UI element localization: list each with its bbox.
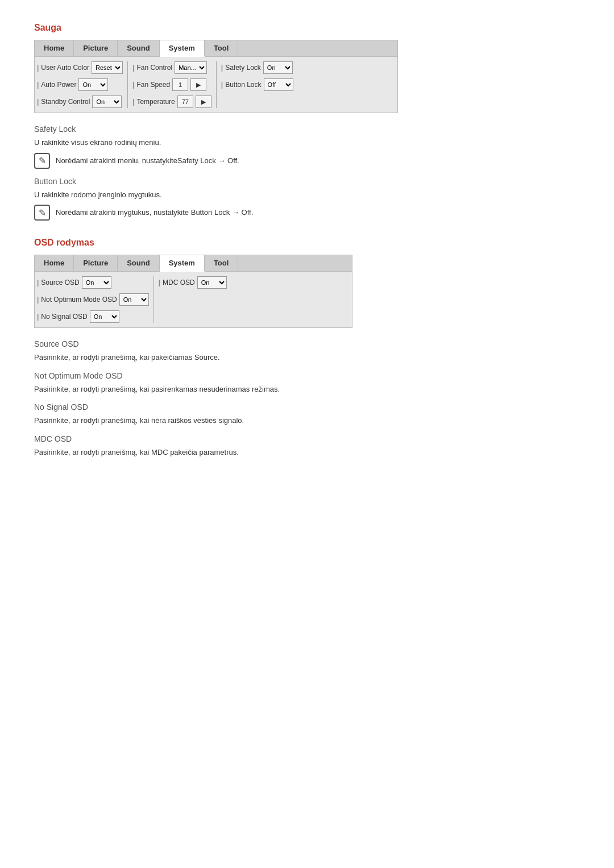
note-icon2: ✎ bbox=[34, 205, 50, 221]
sauga-col2: Fan Control Man... Auto Fan Speed 1 ▶ Te… bbox=[132, 60, 211, 109]
sauga-table-body: User Auto Color Reset Auto Power On Off … bbox=[35, 57, 397, 113]
button-lock-note: Norėdami atrakinti mygtukus, nustatykite… bbox=[56, 205, 253, 218]
table-row: Source OSD On Off bbox=[37, 275, 149, 290]
sauga-section: Sauga Home Picture Sound System Tool Use… bbox=[34, 23, 580, 221]
fan-control-select[interactable]: Man... Auto bbox=[175, 61, 207, 74]
no-signal-osd-subtitle: No Signal OSD bbox=[34, 402, 580, 412]
sauga-col3: Safety Lock On Off Button Lock Off On bbox=[221, 60, 293, 109]
source-osd-select[interactable]: On Off bbox=[82, 276, 111, 289]
divider2 bbox=[216, 61, 217, 108]
fan-speed-next-btn[interactable]: ▶ bbox=[190, 78, 206, 91]
fan-control-label: Fan Control bbox=[132, 64, 172, 72]
osd-rodymas-table: Home Picture Sound System Tool Source OS… bbox=[34, 255, 352, 328]
not-optimum-osd-desc: Pasirinkite, ar rodyti pranešimą, kai pa… bbox=[34, 384, 580, 395]
mdc-osd-subtitle: MDC OSD bbox=[34, 434, 580, 443]
osd-tab-system[interactable]: System bbox=[160, 255, 205, 272]
button-lock-subtitle: Button Lock bbox=[34, 177, 580, 186]
tab-system[interactable]: System bbox=[160, 40, 205, 57]
safety-lock-label: Safety Lock bbox=[221, 64, 261, 72]
button-lock-note-box: ✎ Norėdami atrakinti mygtukus, nustatyki… bbox=[34, 205, 580, 221]
osd-rodymas-body: Source OSD On Off Not Optimum Mode OSD O… bbox=[35, 272, 352, 327]
no-signal-osd-label: No Signal OSD bbox=[37, 313, 88, 321]
user-auto-color-label: User Auto Color bbox=[37, 64, 89, 72]
sauga-osd-table: Home Picture Sound System Tool User Auto… bbox=[34, 40, 398, 113]
table-row: Fan Speed 1 ▶ bbox=[132, 77, 211, 92]
tab-home[interactable]: Home bbox=[35, 40, 74, 56]
osd-tab-picture[interactable]: Picture bbox=[74, 255, 118, 271]
safety-lock-note: Norėdami atrakinti meniu, nustatykiteSaf… bbox=[56, 153, 239, 167]
mdc-osd-desc: Pasirinkite, ar rodyti praneišmą, kai MD… bbox=[34, 447, 580, 458]
sauga-title: Sauga bbox=[34, 23, 580, 33]
temperature-value: 77 bbox=[177, 95, 193, 108]
auto-power-select[interactable]: On Off bbox=[78, 78, 108, 91]
osd-rodymas-col1: Source OSD On Off Not Optimum Mode OSD O… bbox=[37, 275, 149, 324]
standby-control-label: Standby Control bbox=[37, 98, 90, 106]
no-signal-osd-desc: Pasirinkite, ar rodyti pranešimą, kai nė… bbox=[34, 415, 580, 426]
table-row: Not Optimum Mode OSD On Off bbox=[37, 292, 149, 307]
table-row: Button Lock Off On bbox=[221, 77, 293, 92]
not-optimum-osd-select[interactable]: On Off bbox=[119, 293, 149, 306]
source-osd-subtitle: Source OSD bbox=[34, 339, 580, 348]
mdc-osd-label: MDC OSD bbox=[159, 279, 195, 286]
osd-tab-sound[interactable]: Sound bbox=[118, 255, 159, 271]
not-optimum-osd-subtitle: Not Optimum Mode OSD bbox=[34, 371, 580, 380]
no-signal-osd-select[interactable]: On Off bbox=[90, 310, 119, 323]
osd-rodymas-section: OSD rodymas Home Picture Sound System To… bbox=[34, 238, 580, 458]
table-row: MDC OSD On Off bbox=[159, 275, 227, 290]
osd-rodymas-header: Home Picture Sound System Tool bbox=[35, 255, 352, 272]
osd-divider bbox=[154, 276, 154, 323]
safety-lock-select[interactable]: On Off bbox=[263, 61, 293, 74]
osd-tab-tool[interactable]: Tool bbox=[205, 255, 238, 271]
source-osd-label: Source OSD bbox=[37, 279, 80, 286]
tab-picture[interactable]: Picture bbox=[74, 40, 118, 56]
user-auto-color-select[interactable]: Reset bbox=[92, 61, 123, 74]
mdc-osd-select[interactable]: On Off bbox=[197, 276, 227, 289]
button-lock-select[interactable]: Off On bbox=[264, 78, 293, 91]
table-row: Fan Control Man... Auto bbox=[132, 60, 211, 75]
safety-lock-subtitle: Safety Lock bbox=[34, 124, 580, 134]
table-row: Temperature 77 ▶ bbox=[132, 94, 211, 109]
safety-lock-desc: U rakinkite visus ekrano rodinių meniu. bbox=[34, 137, 580, 148]
temperature-next-btn[interactable]: ▶ bbox=[196, 95, 211, 108]
osd-tab-home[interactable]: Home bbox=[35, 255, 74, 271]
table-row: User Auto Color Reset bbox=[37, 60, 123, 75]
divider1 bbox=[127, 61, 128, 108]
osd-rodymas-title: OSD rodymas bbox=[34, 238, 580, 248]
fan-speed-label: Fan Speed bbox=[132, 81, 170, 89]
table-row: Auto Power On Off bbox=[37, 77, 123, 92]
safety-lock-note-box: ✎ Norėdami atrakinti meniu, nustatykiteS… bbox=[34, 153, 580, 169]
sauga-table-header: Home Picture Sound System Tool bbox=[35, 40, 397, 57]
table-row: Standby Control On Off bbox=[37, 94, 123, 109]
tab-sound[interactable]: Sound bbox=[118, 40, 159, 56]
button-lock-label: Button Lock bbox=[221, 81, 262, 89]
button-lock-desc: U rakinkite rodomo įrenginio mygtukus. bbox=[34, 189, 580, 201]
osd-rodymas-col2: MDC OSD On Off bbox=[159, 275, 227, 324]
standby-control-select[interactable]: On Off bbox=[92, 95, 122, 108]
fan-speed-value: 1 bbox=[172, 78, 188, 91]
temperature-label: Temperature bbox=[132, 98, 175, 106]
table-row: No Signal OSD On Off bbox=[37, 309, 149, 324]
sauga-col1: User Auto Color Reset Auto Power On Off … bbox=[37, 60, 123, 109]
note-icon: ✎ bbox=[34, 153, 50, 169]
source-osd-desc: Pasirinkite, ar rodyti pranešimą, kai pa… bbox=[34, 352, 580, 363]
auto-power-label: Auto Power bbox=[37, 81, 76, 89]
not-optimum-osd-label: Not Optimum Mode OSD bbox=[37, 296, 117, 304]
table-row: Safety Lock On Off bbox=[221, 60, 293, 75]
tab-tool[interactable]: Tool bbox=[205, 40, 238, 56]
